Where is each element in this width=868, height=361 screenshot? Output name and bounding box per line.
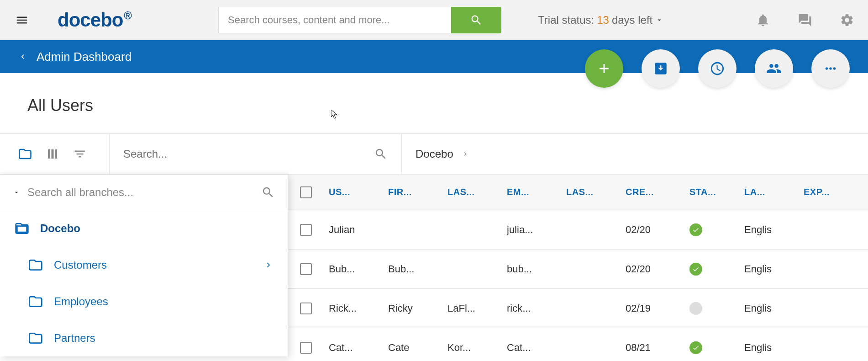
cell-username: Rick... <box>324 303 384 314</box>
row-checkbox-cell <box>288 224 324 236</box>
users-table: US... FIR... LAS... EM... LAS... CRE... … <box>288 175 868 361</box>
folder-open-icon <box>15 221 29 236</box>
col-expiration[interactable]: EXP... <box>799 187 858 197</box>
cell-firstname: Cate <box>384 342 443 354</box>
more-actions-button[interactable] <box>811 49 850 88</box>
branch-root-item[interactable]: Docebo <box>0 210 288 247</box>
cell-firstname: Ricky <box>384 303 443 314</box>
add-button[interactable] <box>585 49 623 88</box>
filter-icon <box>73 147 87 161</box>
table-row[interactable]: Cat...CateKor...Cat...08/21Englis <box>288 328 868 361</box>
col-email[interactable]: EM... <box>502 187 562 197</box>
cell-status <box>680 302 740 315</box>
import-button[interactable] <box>642 49 680 88</box>
table-row[interactable]: Rick...RickyLaFl...rick...02/19Englis <box>288 289 868 328</box>
users-search-input[interactable] <box>123 148 374 160</box>
folder-icon <box>18 147 32 161</box>
gear-icon[interactable] <box>840 13 854 27</box>
search-icon[interactable] <box>261 186 275 199</box>
col-lastname[interactable]: LAS... <box>443 187 502 197</box>
col-language[interactable]: LA... <box>740 187 799 197</box>
cell-created: 02/19 <box>621 303 680 314</box>
table-row[interactable]: Bub...Bub...bub...02/20Englis <box>288 250 868 289</box>
row-checkbox[interactable] <box>300 224 312 236</box>
cell-language: Englis <box>740 342 799 354</box>
caret-down-icon[interactable] <box>13 189 20 196</box>
more-horizontal-icon <box>823 61 838 76</box>
check-icon <box>692 265 700 273</box>
col-username[interactable]: US... <box>324 187 384 197</box>
select-all-checkbox[interactable] <box>300 186 312 198</box>
chevron-right-icon <box>264 260 273 270</box>
col-created[interactable]: CRE... <box>621 187 680 197</box>
branch-search-row <box>0 175 288 210</box>
folder-icon <box>28 258 43 272</box>
global-search-button[interactable] <box>451 7 501 33</box>
branch-breadcrumb[interactable]: Docebo <box>402 134 469 174</box>
row-checkbox[interactable] <box>300 303 312 314</box>
cell-lastname: LaFl... <box>443 303 502 314</box>
cell-language: Englis <box>740 303 799 314</box>
cell-status <box>680 223 740 236</box>
chevron-left-icon <box>18 52 27 61</box>
logo[interactable]: docebo® <box>58 9 132 31</box>
cell-username: Bub... <box>324 263 384 275</box>
check-icon <box>692 344 700 351</box>
hamburger-menu-button[interactable] <box>14 12 30 28</box>
cell-email: Cat... <box>502 342 562 354</box>
cell-username: Cat... <box>324 342 384 354</box>
status-indicator <box>689 223 702 236</box>
row-checkbox[interactable] <box>300 263 312 275</box>
branch-search-input[interactable] <box>27 186 254 199</box>
columns-view-button[interactable] <box>46 147 59 161</box>
import-icon <box>653 61 668 76</box>
clock-icon <box>710 61 725 76</box>
caret-down-icon <box>655 16 663 24</box>
trial-status[interactable]: Trial status: 13 days left <box>538 14 663 27</box>
row-checkbox[interactable] <box>300 342 312 354</box>
branch-panel: Docebo CustomersEmployeesPartners <box>0 175 288 356</box>
view-mode-group <box>0 134 110 174</box>
branch-root-label: Docebo <box>40 222 273 235</box>
cell-email: bub... <box>502 263 562 275</box>
cell-email: rick... <box>502 303 562 314</box>
branch-child-item[interactable]: Customers <box>0 247 288 283</box>
trial-prefix: Trial status: <box>538 14 594 27</box>
select-all-cell <box>288 186 324 198</box>
groups-button[interactable] <box>755 49 793 88</box>
col-status[interactable]: STA... <box>680 187 740 197</box>
cell-username: Julian <box>324 224 384 236</box>
col-firstname[interactable]: FIR... <box>384 187 443 197</box>
chevron-right-icon <box>462 150 469 158</box>
toolbar-row: Docebo <box>0 133 868 175</box>
header-icons <box>756 13 854 27</box>
logo-trademark: ® <box>124 9 132 22</box>
status-indicator <box>689 341 702 354</box>
table-row[interactable]: Julianjulia...02/20Englis <box>288 210 868 250</box>
columns-icon <box>46 147 59 161</box>
branch-child-item[interactable]: Partners <box>0 320 288 356</box>
search-icon <box>470 14 483 27</box>
cell-created: 02/20 <box>621 263 680 275</box>
search-icon[interactable] <box>374 147 388 161</box>
plus-icon <box>596 61 612 76</box>
filter-button[interactable] <box>73 147 87 161</box>
status-indicator <box>689 263 702 276</box>
folder-icon <box>28 331 43 345</box>
bell-icon[interactable] <box>756 13 770 27</box>
col-lastaccess[interactable]: LAS... <box>562 187 621 197</box>
people-icon <box>766 61 782 76</box>
cell-email: julia... <box>502 224 562 236</box>
tree-view-button[interactable] <box>18 147 32 161</box>
check-icon <box>692 226 700 234</box>
history-button[interactable] <box>698 49 736 88</box>
row-checkbox-cell <box>288 303 324 314</box>
branch-child-item[interactable]: Employees <box>0 283 288 320</box>
hamburger-icon <box>15 13 29 27</box>
chat-icon[interactable] <box>798 13 812 27</box>
top-header: docebo® Trial status: 13 days left <box>0 0 868 40</box>
back-to-admin-dashboard[interactable]: Admin Dashboard <box>18 50 132 64</box>
branch-child-label: Customers <box>54 259 253 271</box>
global-search-input[interactable] <box>218 7 451 33</box>
cell-status <box>680 263 740 276</box>
